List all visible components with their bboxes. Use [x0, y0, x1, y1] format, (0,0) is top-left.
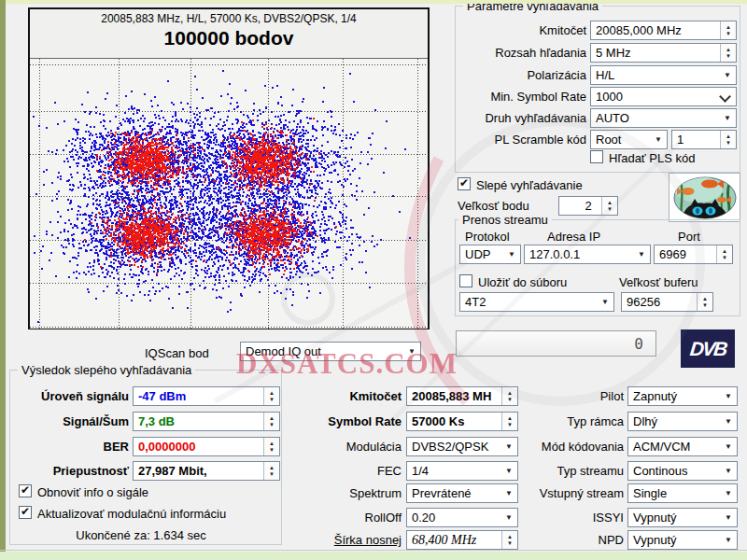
chevron-down-icon[interactable]: ▼: [508, 251, 515, 259]
signal-level-label: Úroveň signálu: [9, 389, 129, 403]
throughput-label: Priepustnosť: [9, 464, 129, 478]
polarization-select[interactable]: H/L ▼: [590, 65, 737, 85]
save-to-file-checkbox[interactable]: [459, 274, 472, 287]
throughput-field[interactable]: 27,987 Mbit, ▲▼: [133, 461, 280, 481]
bottom-edge-strip: [0, 552, 747, 560]
ber-field[interactable]: 0,0000000 ▲▼: [133, 437, 280, 456]
min-symbol-rate-combo[interactable]: 1000: [590, 87, 737, 106]
spinner-up-icon[interactable]: ▲: [607, 200, 613, 205]
ip-header: Adresa IP: [547, 230, 600, 244]
chevron-down-icon[interactable]: ▼: [638, 251, 645, 259]
frequency-field[interactable]: 20085,000 MHz ▲▼: [590, 21, 737, 40]
ber-label: BER: [9, 440, 129, 454]
frequency-value: 20085,000 MHz: [596, 23, 682, 37]
chevron-down-icon[interactable]: ▼: [655, 136, 662, 144]
file-format-select[interactable]: 4T2 ▼: [459, 292, 614, 312]
pl-scramble-code-spinner[interactable]: ▲▼: [720, 131, 736, 148]
rolloff-label: RollOff: [271, 511, 402, 525]
min-symbol-rate-value: 1000: [596, 90, 623, 104]
signal-level-field[interactable]: -47 dBm ▲▼: [133, 386, 280, 406]
spinner-up-icon[interactable]: ▲: [726, 133, 731, 139]
tuner-frequency-label: Kmitočet: [271, 389, 402, 403]
spinner-down-icon[interactable]: ▼: [722, 255, 727, 260]
spinner-down-icon[interactable]: ▼: [726, 140, 731, 146]
polarization-value: H/L: [596, 68, 614, 82]
pl-scramble-label: PL Scramble kód: [458, 133, 586, 147]
pilot-value: Zapnutý: [633, 389, 677, 403]
spinner-down-icon[interactable]: ▼: [726, 53, 731, 59]
update-modulation-label: Aktualizovať modulačnú informáciu: [37, 507, 226, 521]
top-edge-strip: [0, 0, 747, 4]
constellation-header: 20085,883 MHz, H/L, 57000 Ks, DVBS2/QPSK…: [30, 12, 428, 25]
chevron-down-icon[interactable]: ▼: [725, 418, 732, 426]
fec-label: FEC: [271, 464, 402, 478]
chevron-down-icon[interactable]: ▼: [725, 468, 732, 475]
chevron-down-icon[interactable]: ▼: [724, 72, 731, 79]
chevron-down-icon[interactable]: [719, 91, 731, 103]
issyi-select[interactable]: Vypnutý ▼: [627, 508, 738, 527]
search-pls-checkbox[interactable]: [590, 150, 603, 163]
spinner-up-icon[interactable]: ▲: [726, 47, 731, 52]
iqscan-select[interactable]: Demod IQ out ▼: [240, 342, 421, 361]
chevron-down-icon[interactable]: ▼: [725, 490, 732, 497]
refresh-signal-info-checkbox[interactable]: ✔: [19, 484, 32, 497]
aquarium-cat-button[interactable]: [669, 173, 740, 222]
coding-mode-label: Mód kódovania: [495, 440, 624, 454]
issyi-label: ISSYI: [495, 511, 624, 525]
file-format-value: 4T2: [465, 295, 486, 309]
snr-field[interactable]: 7,3 dB ▲▼: [133, 412, 280, 431]
chevron-down-icon[interactable]: ▼: [601, 299, 609, 306]
chevron-down-icon[interactable]: ▼: [725, 443, 732, 451]
spinner-down-icon[interactable]: ▼: [702, 302, 708, 308]
spinner-up-icon[interactable]: ▲: [726, 24, 731, 30]
protocol-select[interactable]: UDP ▼: [459, 245, 521, 264]
pl-scramble-select[interactable]: Root ▼: [590, 130, 668, 149]
frequency-spinner[interactable]: ▲▼: [720, 21, 736, 39]
spinner-down-icon[interactable]: ▼: [726, 31, 731, 36]
search-range-field[interactable]: 5 MHz ▲▼: [590, 43, 737, 63]
port-spinner[interactable]: ▲▼: [716, 245, 732, 263]
frame-type-select[interactable]: Dlhý ▼: [627, 412, 738, 431]
point-size-field[interactable]: 2 ▲▼: [558, 196, 618, 216]
search-type-value: AUTO: [596, 111, 629, 125]
pilot-select[interactable]: Zapnutý ▼: [627, 386, 738, 406]
refresh-signal-info-label: Obnoviť info o sigále: [37, 485, 148, 499]
port-field[interactable]: 6969 ▲▼: [654, 245, 733, 264]
input-stream-value: Single: [633, 486, 667, 500]
buffer-size-spinner[interactable]: ▲▼: [697, 293, 712, 311]
stream-group-title: Prenos streamu: [458, 213, 552, 227]
stream-type-label: Typ streamu: [495, 464, 624, 478]
point-size-label: Veľkosť bodu: [458, 199, 529, 213]
search-type-label: Druh vyhľadávania: [458, 111, 586, 125]
spinner-up-icon[interactable]: ▲: [702, 296, 708, 301]
chevron-down-icon[interactable]: ▼: [724, 115, 731, 122]
protocol-header: Protokol: [465, 230, 510, 244]
constellation-panel: 20085,883 MHz, H/L, 57000 Ks, DVBS2/QPSK…: [28, 7, 430, 329]
pl-scramble-code-field[interactable]: 1 ▲▼: [671, 130, 737, 149]
ip-address-select[interactable]: 127.0.0.1 ▼: [524, 245, 651, 264]
blind-scan-checkbox[interactable]: ✔: [458, 177, 471, 190]
buffer-size-field[interactable]: 96256 ▲▼: [621, 292, 713, 312]
npd-select[interactable]: Vypnutý ▼: [627, 530, 738, 550]
input-stream-select[interactable]: Single ▼: [627, 483, 738, 503]
modulation-value: DVBS2/QPSK: [412, 440, 488, 454]
iqscan-value: Demod IQ out: [246, 344, 321, 358]
coding-mode-select[interactable]: ACM/VCM ▼: [627, 437, 738, 456]
constellation-points-title: 100000 bodov: [30, 27, 428, 49]
iq-constellation-canvas: [30, 58, 428, 329]
spinner-up-icon[interactable]: ▲: [722, 248, 727, 254]
search-type-select[interactable]: AUTO ▼: [590, 108, 737, 128]
update-modulation-checkbox[interactable]: ✔: [19, 506, 32, 519]
chevron-down-icon[interactable]: ▼: [408, 348, 416, 356]
chevron-down-icon[interactable]: ▼: [725, 393, 732, 400]
point-size-spinner[interactable]: ▲▼: [601, 197, 617, 215]
search-range-spinner[interactable]: ▲▼: [720, 44, 736, 62]
issyi-value: Vypnutý: [633, 511, 677, 525]
spinner-down-icon[interactable]: ▼: [607, 206, 613, 212]
iqscan-label: IQScan bod: [145, 346, 209, 360]
ip-address-value: 127.0.0.1: [529, 247, 580, 261]
coding-mode-value: ACM/VCM: [633, 440, 690, 454]
chevron-down-icon[interactable]: ▼: [725, 514, 732, 522]
chevron-down-icon[interactable]: ▼: [725, 537, 732, 544]
stream-type-select[interactable]: Continous ▼: [627, 461, 738, 481]
